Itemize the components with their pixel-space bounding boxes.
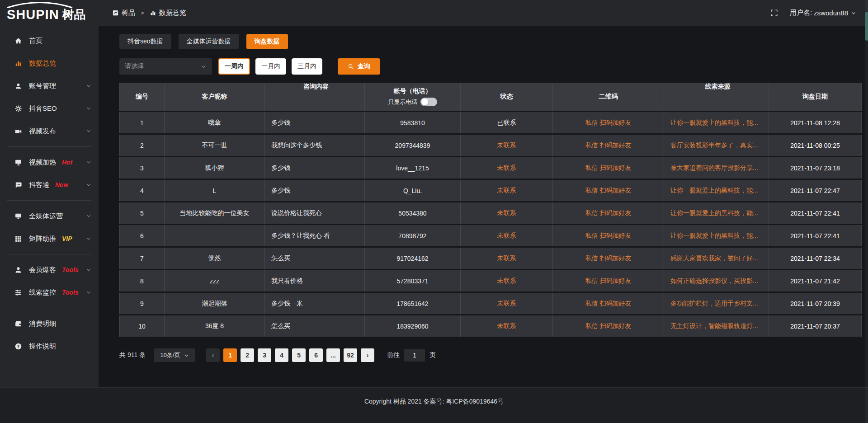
sidebar-item-member-baoke[interactable]: 会员爆客Tools — [0, 258, 99, 281]
cell-status: 未联系 — [461, 180, 553, 201]
tab-1[interactable]: 抖音seo数据 — [119, 34, 171, 49]
sidebar-item-douyin-seo[interactable]: 抖音SEO — [0, 97, 99, 120]
logo-arc — [5, 1, 74, 8]
page-button-5[interactable]: 5 — [292, 348, 306, 362]
cell-nickname: 哦章 — [165, 112, 265, 133]
sidebar-item-media-operation[interactable]: 全媒体运营 — [0, 205, 99, 227]
cell-qr[interactable]: 私信 扫码加好友 — [553, 293, 664, 314]
cell-qr[interactable]: 私信 扫码加好友 — [553, 180, 664, 201]
cell-source[interactable]: 让你一眼就爱上的黑科技，能... — [664, 202, 769, 224]
cell-account: 2097344839 — [365, 135, 461, 156]
column-label: 二维码 — [599, 93, 618, 101]
sidebar-item-badge: Hot — [62, 159, 72, 166]
cell-index: 7 — [119, 248, 165, 269]
breadcrumb: 树品 > 数据总览 — [112, 9, 186, 17]
next-page-button[interactable]: › — [361, 348, 374, 362]
cell-qr[interactable]: 私信 扫码加好友 — [553, 225, 664, 246]
cell-source[interactable]: 如何正确选择投影仪，买投影... — [664, 270, 769, 291]
cell-source[interactable]: 感谢大家喜欢我家，被问了好... — [664, 248, 769, 269]
cell-date: 2021-11-07 22:41 — [769, 202, 862, 224]
scrollbar-thumb[interactable] — [865, 12, 868, 41]
scrollbar[interactable] — [865, 0, 868, 423]
goto-page: 前往 页 — [387, 349, 436, 362]
sliders-icon — [14, 289, 23, 296]
sidebar-item-home[interactable]: 首页 — [0, 29, 99, 52]
sidebar-item-doukertong[interactable]: 抖客通New — [0, 174, 99, 196]
sidebar-item-label: 线索监控 — [29, 288, 56, 297]
page-button-1[interactable]: 1 — [223, 348, 237, 362]
sidebar-item-label: 数据总览 — [29, 59, 56, 68]
cell-source[interactable]: 让你一眼就爱上的黑科技，能... — [664, 112, 769, 133]
sidebar-item-lead-monitor[interactable]: 线索监控Tools — [0, 281, 99, 304]
cell-source[interactable]: 让你一眼就爱上的黑科技，能... — [664, 180, 769, 201]
prev-page-button[interactable]: ‹ — [206, 348, 220, 362]
bar-chart-icon — [14, 60, 23, 67]
cell-source[interactable]: 让你一眼就爱上的黑科技，能... — [664, 225, 769, 246]
sidebar-item-label: 全媒体运营 — [29, 212, 63, 221]
cell-index: 6 — [119, 225, 165, 246]
cell-status: 未联系 — [461, 248, 553, 269]
column-label: 状态 — [500, 93, 513, 101]
cell-source[interactable]: 被大家追着问的客厅投影分享... — [664, 157, 769, 179]
search-button[interactable]: 查询 — [338, 58, 380, 75]
search-button-label: 查询 — [358, 62, 370, 70]
gear-icon — [14, 105, 23, 113]
logo[interactable]: SHUPIN 树品 — [0, 0, 99, 26]
sidebar-item-label: 抖客通 — [29, 181, 49, 189]
username-label: 用户名: — [790, 9, 812, 17]
cell-qr[interactable]: 私信 扫码加好友 — [553, 315, 664, 337]
sidebar-item-consumption-detail[interactable]: 消费明细 — [0, 312, 99, 335]
page-button-92[interactable]: 92 — [344, 348, 357, 362]
page-button-3[interactable]: 3 — [258, 348, 271, 362]
cell-source[interactable]: 客厅安装投影半年多了，真实... — [664, 135, 769, 156]
cell-qr[interactable]: 私信 扫码加好友 — [553, 202, 664, 224]
chevron-down-icon — [86, 160, 91, 165]
user-menu[interactable]: 用户名: zswodun88 — [790, 9, 856, 17]
search-icon — [348, 63, 354, 70]
cell-qr[interactable]: 私信 扫码加好友 — [553, 157, 664, 179]
range-button-1[interactable]: 一周内 — [218, 58, 250, 75]
page-button-6[interactable]: 6 — [309, 348, 323, 362]
tab-2[interactable]: 全媒体运营数据 — [179, 34, 239, 49]
phone-only-row: 只显示电话 — [388, 98, 437, 106]
column-header-4: 帐号（电话）只显示电话 — [365, 83, 461, 111]
cell-qr[interactable]: 私信 扫码加好友 — [553, 135, 664, 156]
range-button-2[interactable]: 一月内 — [255, 58, 286, 75]
cell-qr[interactable]: 私信 扫码加好友 — [553, 248, 664, 269]
range-button-3[interactable]: 三月内 — [292, 58, 322, 75]
cell-source[interactable]: 无主灯设计，智能磁吸轨道灯... — [664, 315, 769, 337]
fullscreen-icon[interactable] — [770, 9, 778, 17]
sidebar-item-label: 操作说明 — [29, 342, 56, 351]
sidebar-item-operation-guide[interactable]: ?操作说明 — [0, 335, 99, 357]
page-button-2[interactable]: 2 — [241, 348, 254, 362]
cell-content: 我只看价格 — [265, 270, 365, 291]
page-button-4[interactable]: 4 — [275, 348, 288, 362]
tab-3[interactable]: 询盘数据 — [246, 34, 288, 49]
cell-account: 70898792 — [365, 225, 461, 246]
page-ellipsis[interactable]: ... — [326, 348, 340, 362]
cell-source[interactable]: 多功能护栏灯，适用于乡村文... — [664, 293, 769, 314]
sidebar-item-video-publish[interactable]: 视频发布 — [0, 120, 99, 142]
page-size-select[interactable]: 10条/页 — [154, 348, 195, 362]
sidebar-item-label: 抖音SEO — [29, 104, 57, 113]
sidebar-item-data-overview[interactable]: 数据总览 — [0, 52, 99, 75]
sidebar: 首页数据总览账号管理抖音SEO视频发布视频加热Hot抖客通New全媒体运营矩阵助… — [0, 26, 99, 387]
sidebar-item-account-management[interactable]: 账号管理 — [0, 75, 99, 97]
cell-index: 1 — [119, 112, 165, 133]
cell-qr[interactable]: 私信 扫码加好友 — [553, 270, 664, 291]
filter-select[interactable]: 请选择 — [119, 58, 212, 75]
breadcrumb-root[interactable]: 树品 — [122, 9, 135, 17]
breadcrumb-current: 数据总览 — [159, 9, 186, 17]
chevron-down-icon — [86, 213, 91, 219]
sidebar-item-video-boost[interactable]: 视频加热Hot — [0, 151, 99, 174]
goto-page-input[interactable] — [404, 349, 425, 362]
cell-qr[interactable]: 私信 扫码加好友 — [553, 112, 664, 133]
cell-status: 未联系 — [461, 135, 553, 156]
phone-only-toggle[interactable] — [420, 98, 437, 106]
table-row: 3狐小狸多少钱love__1215未联系私信 扫码加好友被大家追着问的客厅投影分… — [119, 157, 862, 179]
logo-brand: SHUPIN — [7, 7, 59, 22]
cell-index: 9 — [119, 293, 165, 314]
sidebar-item-matrix-boost[interactable]: 矩阵助推VIP — [0, 227, 99, 250]
filter-select-value: 请选择 — [125, 62, 144, 70]
column-label: 客户昵称 — [202, 93, 227, 101]
